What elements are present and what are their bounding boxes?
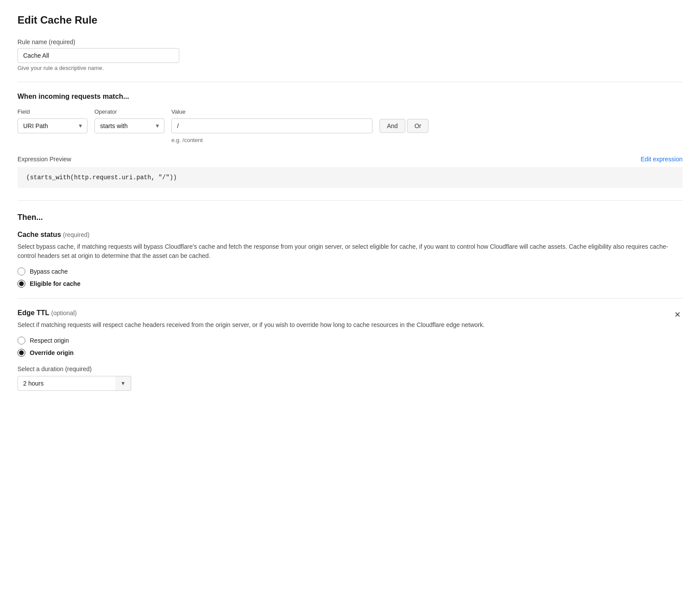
bypass-cache-option[interactable]: Bypass cache [17, 268, 683, 275]
cache-status-radio-group: Bypass cache Eligible for cache [17, 268, 683, 288]
rule-name-label: Rule name (required) [17, 38, 683, 45]
value-input[interactable] [171, 118, 373, 133]
cache-status-description: Select bypass cache, if matching request… [17, 242, 683, 261]
edge-ttl-optional: (optional) [51, 309, 77, 316]
override-origin-option[interactable]: Override origin [17, 349, 683, 357]
eligible-cache-option[interactable]: Eligible for cache [17, 280, 683, 288]
match-section: When incoming requests match... Field UR… [17, 93, 683, 143]
respect-origin-option[interactable]: Respect origin [17, 337, 683, 344]
expression-header: Expression Preview Edit expression [17, 156, 683, 163]
cache-status-section: Cache status (required) Select bypass ca… [17, 231, 683, 288]
rule-name-input[interactable] [17, 48, 179, 63]
value-hint: e.g. /content [171, 137, 373, 143]
edge-ttl-radio-group: Respect origin Override origin [17, 337, 683, 357]
override-origin-radio[interactable] [17, 349, 25, 357]
respect-origin-radio[interactable] [17, 337, 25, 344]
and-or-group: And Or [380, 119, 428, 133]
field-select[interactable]: URI Path URI Full Hostname IP Source Add… [17, 118, 87, 133]
operator-select-wrapper: starts with ends with contains matches e… [94, 118, 164, 133]
edge-ttl-title: Edge TTL (optional) [17, 309, 683, 317]
divider-3 [17, 298, 683, 299]
operator-select[interactable]: starts with ends with contains matches e… [94, 118, 164, 133]
page-title: Edit Cache Rule [17, 14, 683, 26]
or-button[interactable]: Or [407, 119, 429, 133]
operator-label: Operator [94, 108, 164, 115]
duration-label: Select a duration (required) [17, 365, 683, 372]
field-group: Field URI Path URI Full Hostname IP Sour… [17, 108, 87, 133]
duration-select-wrapper: 1 minute 5 minutes 15 minutes 30 minutes… [17, 376, 131, 391]
expression-preview: (starts_with(http.request.uri.path, "/")… [17, 167, 683, 188]
field-label: Field [17, 108, 87, 115]
edge-ttl-close-button[interactable]: ✕ [672, 309, 683, 320]
eligible-cache-label: Eligible for cache [30, 280, 80, 287]
rule-name-section: Rule name (required) Give your rule a de… [17, 38, 683, 71]
cache-status-title: Cache status (required) [17, 231, 683, 239]
bypass-cache-label: Bypass cache [30, 268, 68, 275]
edit-expression-link[interactable]: Edit expression [641, 156, 683, 163]
rule-name-hint: Give your rule a descriptive name. [17, 65, 683, 71]
override-origin-label: Override origin [30, 349, 73, 356]
then-section: Then... Cache status (required) Select b… [17, 213, 683, 391]
match-section-title: When incoming requests match... [17, 93, 683, 101]
duration-select[interactable]: 1 minute 5 minutes 15 minutes 30 minutes… [17, 376, 131, 391]
eligible-cache-radio[interactable] [17, 280, 25, 288]
field-select-wrapper: URI Path URI Full Hostname IP Source Add… [17, 118, 87, 133]
edge-ttl-description: Select if matching requests will respect… [17, 320, 683, 330]
cache-status-required: (required) [63, 231, 90, 238]
value-group: Value e.g. /content [171, 108, 373, 143]
value-label: Value [171, 108, 373, 115]
expression-label: Expression Preview [17, 156, 71, 163]
divider-2 [17, 200, 683, 201]
expression-section: Expression Preview Edit expression (star… [17, 156, 683, 188]
divider-1 [17, 82, 683, 82]
respect-origin-label: Respect origin [30, 337, 69, 344]
edge-ttl-section: ✕ Edge TTL (optional) Select if matching… [17, 309, 683, 391]
bypass-cache-radio[interactable] [17, 268, 25, 275]
then-title: Then... [17, 213, 683, 222]
operator-group: Operator starts with ends with contains … [94, 108, 164, 133]
and-button[interactable]: And [380, 119, 405, 133]
match-fields-row: Field URI Path URI Full Hostname IP Sour… [17, 108, 683, 143]
